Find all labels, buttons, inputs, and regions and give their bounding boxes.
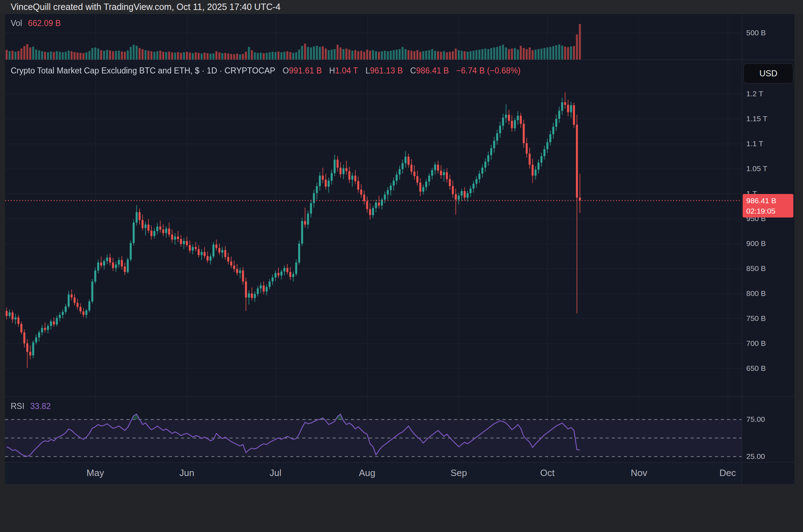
price-axis-label: 850 B [746,264,766,273]
top-title-bar: VinceQuill created with TradingView.com,… [0,0,803,14]
price-axis-label: 900 B [746,239,766,248]
high-label: H [329,66,335,75]
time-axis-month-label: Aug [359,467,375,479]
last-price-badge: 986.41 B 02:19:05 [743,194,793,218]
divider-rsi-timeaxis [5,462,794,462]
time-axis-month-label: Sep [450,467,467,479]
rsi-pane-canvas[interactable] [5,397,742,462]
open-value: 991.61 B [289,66,322,75]
time-axis-month-label: Nov [631,467,647,479]
time-axis-month-label: Jun [180,467,195,479]
price-axis-label: 700 B [746,339,766,348]
low-value: 961.13 B [370,66,403,75]
close-value: 986.41 B [416,66,449,75]
bar-countdown: 02:19:05 [746,206,793,216]
frame-left [0,14,5,484]
time-axis-month-label: Oct [540,467,555,479]
time-axis[interactable]: MayJunJulAugSepOctNovDec [5,462,742,484]
rsi-legend-label: RSI [11,401,24,411]
price-axis-label: 750 B [746,314,766,323]
divider-topbar [5,14,794,14]
last-price-value: 986.41 B [746,195,793,206]
volume-axis-label: 500 B [746,29,766,37]
rsi-legend-value: 33.82 [30,401,51,411]
change-value: −6.74 B (−0.68%) [456,66,520,75]
low-label: L [365,66,370,75]
price-axis-label: 1.1 T [746,139,763,148]
price-axis-label: 800 B [746,289,766,298]
currency-toggle-button[interactable]: USD [743,63,793,83]
divider-price-axis [742,14,742,484]
volume-legend-value: 662.09 B [28,19,61,28]
price-axis-label: 1.05 T [746,164,767,173]
time-axis-month-label: Jul [269,467,281,479]
symbol-title: Crypto Total Market Cap Excluding BTC an… [11,66,275,75]
rsi-axis-label: 75.00 [746,415,765,424]
volume-legend-label: Vol [11,19,22,28]
time-axis-month-label: May [86,467,104,479]
price-pane-canvas[interactable] [5,60,742,397]
price-axis[interactable]: USD 500 B1.2 T1.15 T1.1 T1.05 T1 T950 B9… [742,14,794,484]
frame-bottom [0,485,803,532]
time-axis-month-label: Dec [719,467,736,479]
rsi-legend[interactable]: RSI 33.82 [11,401,51,411]
high-value: 1.04 T [335,66,358,75]
price-axis-label: 1.15 T [746,114,767,123]
close-label: C [410,66,416,75]
price-axis-label: 1.2 T [746,89,763,98]
attribution-title: VinceQuill created with TradingView.com,… [11,0,281,14]
symbol-legend[interactable]: Crypto Total Market Cap Excluding BTC an… [11,66,526,76]
volume-pane-canvas[interactable] [5,14,742,60]
price-axis-label: 650 B [746,364,766,373]
rsi-axis-label: 25.00 [746,452,765,461]
open-label: O [283,66,289,75]
divider-main-rsi[interactable] [5,397,794,397]
volume-legend[interactable]: Vol 662.09 B [11,19,61,28]
frame-right [794,14,803,484]
tradingview-chart-page: VinceQuill created with TradingView.com,… [0,0,803,532]
divider-volume-main [5,60,794,60]
